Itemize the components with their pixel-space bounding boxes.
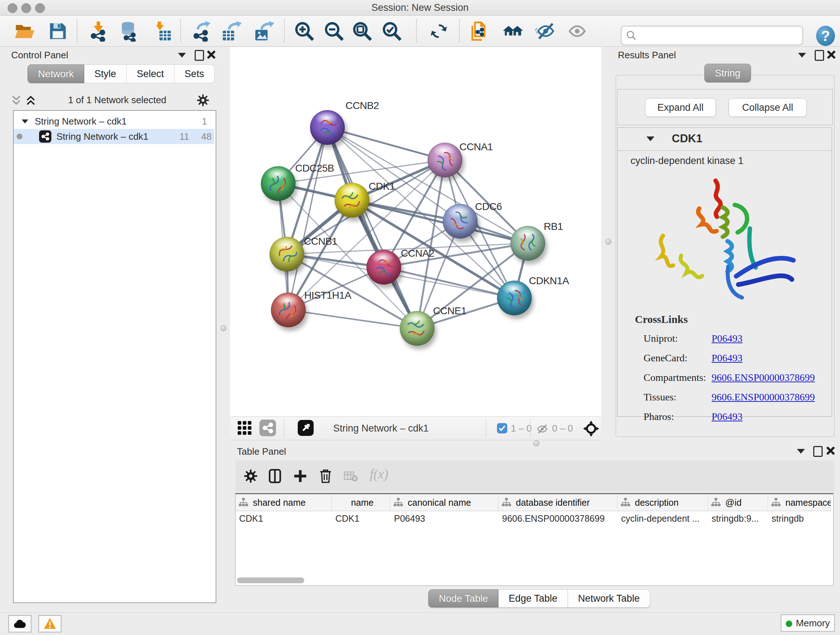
column-header-namespace[interactable]: namespace: [768, 494, 831, 511]
search-field[interactable]: [621, 26, 803, 45]
export-image-icon[interactable]: [254, 21, 275, 42]
network-node-CDC6[interactable]: [443, 204, 477, 239]
left-splitter-handle[interactable]: [220, 325, 226, 331]
tree-expand-icon[interactable]: [22, 119, 28, 124]
export-network-icon[interactable]: [191, 21, 212, 42]
network-tree-root-row[interactable]: String Network – cdk1 1: [14, 114, 214, 129]
grid-view-icon[interactable]: [238, 421, 251, 435]
column-header-@id[interactable]: @id: [708, 494, 768, 511]
network-node-CDK1[interactable]: [335, 183, 369, 218]
results-tab-string[interactable]: String: [704, 64, 751, 82]
export-table-icon[interactable]: [221, 21, 242, 42]
network-node-CCNA2[interactable]: [366, 250, 401, 285]
table-cell-namespace[interactable]: stringdb: [768, 511, 831, 526]
memory-button[interactable]: Memory: [781, 614, 835, 632]
expand-all-chevron-icon[interactable]: [25, 94, 37, 106]
open-session-icon[interactable]: [14, 21, 35, 42]
hidden-eye-icon[interactable]: [536, 423, 549, 435]
home-icon[interactable]: [502, 21, 523, 42]
zoom-in-icon[interactable]: [294, 21, 315, 42]
table-cell-database-identifier[interactable]: 9606.ENSP00000378699: [499, 511, 617, 526]
network-node-CCNB2[interactable]: [310, 110, 345, 145]
select-columns-icon[interactable]: [267, 468, 283, 485]
results-panel-collapse-icon[interactable]: [798, 53, 806, 57]
crosslink-label: Pharos:: [644, 411, 674, 423]
refresh-layout-icon[interactable]: [428, 21, 449, 42]
table-cell-description[interactable]: cyclin-dependent ...: [617, 511, 708, 526]
warning-status-button[interactable]: [38, 615, 62, 632]
table-tab-network-table[interactable]: Network Table: [568, 589, 651, 608]
column-header-name[interactable]: name: [332, 494, 390, 511]
control-tab-network[interactable]: Network: [27, 65, 84, 83]
network-node-CCNB1[interactable]: [270, 237, 304, 272]
crosslink-value-link[interactable]: P06493: [712, 333, 743, 344]
zoom-out-icon[interactable]: [324, 21, 344, 42]
search-icon: [626, 30, 637, 41]
crosshair-navigate-icon[interactable]: [583, 420, 600, 437]
collapse-all-button[interactable]: Collapse All: [729, 98, 807, 117]
zoom-selected-icon[interactable]: [381, 21, 402, 42]
table-panel-float-icon[interactable]: [813, 446, 823, 457]
control-tab-style[interactable]: Style: [84, 65, 126, 83]
table-panel-close-icon[interactable]: [826, 446, 835, 455]
delete-column-icon[interactable]: [317, 467, 333, 485]
add-column-icon[interactable]: [292, 468, 308, 485]
control-panel-collapse-icon[interactable]: [178, 53, 186, 57]
zoom-fit-icon[interactable]: [352, 21, 373, 42]
network-tree-child-row[interactable]: String Network – cdk1 11 48: [14, 129, 214, 144]
network-options-gear-icon[interactable]: [196, 93, 210, 107]
network-node-CDKN1A[interactable]: [497, 280, 532, 315]
import-network-from-database-icon[interactable]: [118, 21, 139, 42]
help-button[interactable]: ?: [816, 26, 835, 46]
cloud-icon: [13, 618, 27, 629]
network-node-CCNA1[interactable]: [428, 143, 462, 177]
import-network-icon[interactable]: [88, 21, 109, 42]
right-splitter-handle[interactable]: [605, 239, 611, 245]
table-horizontal-scrollbar[interactable]: [237, 578, 304, 583]
search-input[interactable]: [640, 28, 797, 42]
birds-eye-view-icon[interactable]: [298, 420, 314, 436]
share-document-icon[interactable]: [469, 21, 490, 42]
crosslink-value-link[interactable]: 9606.ENSP00000378699: [712, 391, 815, 403]
control-tab-select[interactable]: Select: [126, 65, 174, 83]
column-header-canonical-name[interactable]: canonical name: [390, 494, 499, 511]
table-cell-name[interactable]: CDK1: [332, 511, 390, 526]
network-node-RB1[interactable]: [510, 226, 545, 261]
node-table-data-row[interactable]: CDK1CDK1P064939606.ENSP00000378699cyclin…: [235, 511, 831, 526]
crosslink-value-link[interactable]: 9606.ENSP00000378699: [712, 372, 815, 383]
table-panel-collapse-icon[interactable]: [797, 449, 805, 454]
protein-structure-image: [641, 174, 812, 319]
control-panel-float-icon[interactable]: [195, 50, 204, 61]
results-panel-float-icon[interactable]: [815, 50, 824, 61]
gene-collapse-icon[interactable]: [646, 136, 654, 141]
network-edge[interactable]: [288, 127, 327, 310]
table-cell-shared-name[interactable]: CDK1: [235, 511, 332, 526]
table-cell-@id[interactable]: stringdb:9...: [708, 511, 768, 526]
column-header-description[interactable]: description: [617, 494, 708, 511]
gene-section-header[interactable]: CDK1: [617, 128, 832, 151]
import-table-icon[interactable]: [152, 21, 172, 42]
table-cell-canonical-name[interactable]: P06493: [390, 511, 499, 526]
network-node-CCNE1[interactable]: [400, 311, 434, 346]
crosslink-value-link[interactable]: P06493: [712, 411, 743, 423]
hide-selection-eye-icon[interactable]: [535, 21, 556, 42]
expand-all-button[interactable]: Expand All: [645, 98, 716, 117]
selected-nodes-checkbox[interactable]: [497, 423, 507, 433]
column-header-shared-name[interactable]: shared name: [235, 494, 332, 511]
network-share-icon[interactable]: [259, 420, 276, 436]
column-header-database-identifier[interactable]: database identifier: [499, 494, 617, 511]
collapse-all-chevron-icon[interactable]: [10, 94, 22, 106]
crosslink-value-link[interactable]: P06493: [712, 352, 743, 364]
control-tab-sets[interactable]: Sets: [174, 65, 215, 83]
table-tab-edge-table[interactable]: Edge Table: [499, 589, 568, 608]
bottom-splitter-handle[interactable]: [533, 440, 539, 447]
control-panel-close-icon[interactable]: [206, 50, 216, 59]
results-panel-close-icon[interactable]: [826, 50, 836, 59]
network-canvas[interactable]: CCNB2 CCNA1 CDC25B CDK1 CDC6 RB1: [230, 47, 601, 416]
network-node-CDC25B[interactable]: [261, 166, 295, 201]
cloud-status-button[interactable]: [8, 615, 32, 632]
table-tab-node-table[interactable]: Node Table: [428, 589, 499, 608]
network-node-HIST1H1A[interactable]: [271, 293, 306, 327]
table-gear-icon[interactable]: [243, 469, 258, 484]
save-session-icon[interactable]: [47, 21, 68, 42]
